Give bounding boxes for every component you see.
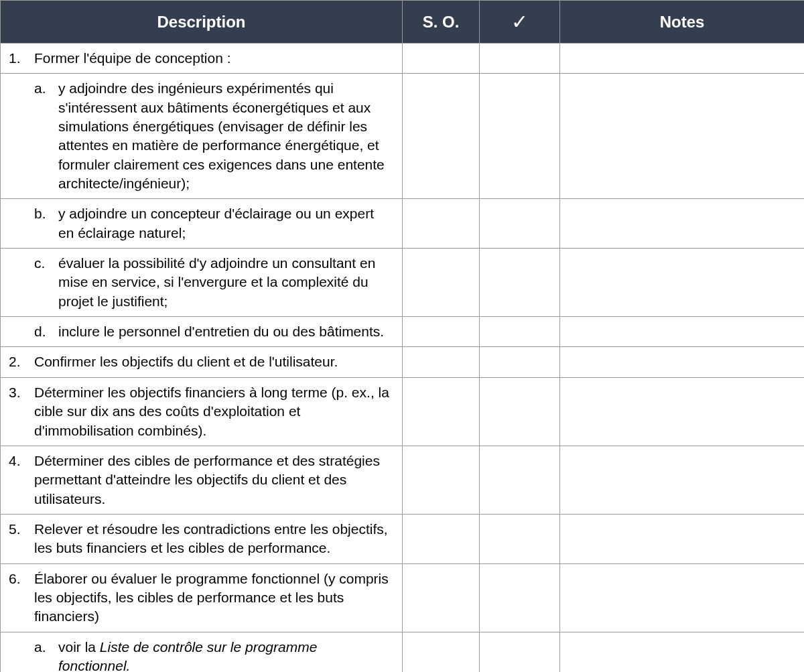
notes-cell[interactable] bbox=[560, 377, 805, 446]
indent-spacer bbox=[6, 254, 34, 311]
so-cell[interactable] bbox=[403, 44, 480, 74]
table-row: 1.Former l'équipe de conception : bbox=[1, 44, 805, 74]
description-cell: 5.Relever et résoudre les contradictions… bbox=[1, 514, 403, 563]
description-cell: 1.Former l'équipe de conception : bbox=[1, 44, 403, 74]
notes-cell[interactable] bbox=[560, 514, 805, 563]
description-cell: 3.Déterminer les objectifs financiers à … bbox=[1, 377, 403, 446]
check-cell[interactable] bbox=[480, 377, 560, 446]
header-description: Description bbox=[1, 1, 403, 44]
checklist-table: Description S. O. ✓ Notes 1.Former l'équ… bbox=[0, 0, 804, 672]
so-cell[interactable] bbox=[403, 74, 480, 199]
so-cell[interactable] bbox=[403, 514, 480, 563]
description-cell: a.voir la Liste de contrôle sur le progr… bbox=[1, 632, 403, 672]
table-row: 6.Élaborer ou évaluer le programme fonct… bbox=[1, 563, 805, 632]
list-marker: a. bbox=[34, 638, 58, 672]
description-cell: 6.Élaborer ou évaluer le programme fonct… bbox=[1, 563, 403, 632]
notes-cell[interactable] bbox=[560, 563, 805, 632]
list-marker: 4. bbox=[6, 452, 34, 509]
table-row: b.y adjoindre un concepteur d'éclairage … bbox=[1, 199, 805, 249]
list-marker: a. bbox=[34, 79, 58, 193]
check-cell[interactable] bbox=[480, 563, 560, 632]
header-row: Description S. O. ✓ Notes bbox=[1, 1, 805, 44]
description-cell: b.y adjoindre un concepteur d'éclairage … bbox=[1, 199, 403, 249]
description-cell: 4.Déterminer des cibles de performance e… bbox=[1, 446, 403, 514]
description-cell: 2.Confirmer les objectifs du client et d… bbox=[1, 347, 403, 377]
list-text: inclure le personnel d'entretien du ou d… bbox=[58, 322, 393, 341]
list-marker: c. bbox=[34, 254, 58, 311]
table-row: a.y adjoindre des ingénieurs expérimenté… bbox=[1, 74, 805, 199]
list-marker: d. bbox=[34, 322, 58, 341]
notes-cell[interactable] bbox=[560, 249, 805, 317]
indent-spacer bbox=[6, 79, 34, 193]
table-row: 2.Confirmer les objectifs du client et d… bbox=[1, 347, 805, 377]
check-cell[interactable] bbox=[480, 199, 560, 249]
check-cell[interactable] bbox=[480, 74, 560, 199]
notes-cell[interactable] bbox=[560, 199, 805, 249]
list-marker: 3. bbox=[6, 383, 34, 440]
text-prefix: voir la bbox=[58, 639, 100, 655]
so-cell[interactable] bbox=[403, 446, 480, 514]
list-marker: 1. bbox=[6, 49, 34, 68]
check-cell[interactable] bbox=[480, 249, 560, 317]
list-text: y adjoindre un concepteur d'éclairage ou… bbox=[58, 204, 393, 243]
so-cell[interactable] bbox=[403, 377, 480, 446]
header-check: ✓ bbox=[480, 1, 560, 44]
check-cell[interactable] bbox=[480, 446, 560, 514]
table-row: 4.Déterminer des cibles de performance e… bbox=[1, 446, 805, 514]
check-cell[interactable] bbox=[480, 514, 560, 563]
list-text: Élaborer ou évaluer le programme fonctio… bbox=[34, 569, 393, 626]
table-row: a.voir la Liste de contrôle sur le progr… bbox=[1, 632, 805, 672]
header-so: S. O. bbox=[403, 1, 480, 44]
notes-cell[interactable] bbox=[560, 44, 805, 74]
table-row: 5.Relever et résoudre les contradictions… bbox=[1, 514, 805, 563]
list-text: Relever et résoudre les contradictions e… bbox=[34, 520, 393, 558]
table-body: 1.Former l'équipe de conception :a.y adj… bbox=[1, 44, 805, 673]
list-marker: b. bbox=[34, 204, 58, 243]
so-cell[interactable] bbox=[403, 199, 480, 249]
list-marker: 5. bbox=[6, 520, 34, 558]
description-cell: c.évaluer la possibilité d'y adjoindre u… bbox=[1, 249, 403, 317]
so-cell[interactable] bbox=[403, 347, 480, 377]
check-cell[interactable] bbox=[480, 317, 560, 347]
check-cell[interactable] bbox=[480, 632, 560, 672]
list-text: Former l'équipe de conception : bbox=[34, 49, 393, 68]
description-cell: a.y adjoindre des ingénieurs expérimenté… bbox=[1, 74, 403, 199]
notes-cell[interactable] bbox=[560, 317, 805, 347]
so-cell[interactable] bbox=[403, 632, 480, 672]
so-cell[interactable] bbox=[403, 317, 480, 347]
notes-cell[interactable] bbox=[560, 632, 805, 672]
check-cell[interactable] bbox=[480, 44, 560, 74]
description-cell: d.inclure le personnel d'entretien du ou… bbox=[1, 317, 403, 347]
list-text: voir la Liste de contrôle sur le program… bbox=[58, 638, 393, 672]
table-row: 3.Déterminer les objectifs financiers à … bbox=[1, 377, 805, 446]
list-text: Déterminer des cibles de performance et … bbox=[34, 452, 393, 509]
list-text: Déterminer les objectifs financiers à lo… bbox=[34, 383, 393, 440]
indent-spacer bbox=[6, 204, 34, 243]
list-marker: 6. bbox=[6, 569, 34, 626]
indent-spacer bbox=[6, 322, 34, 341]
notes-cell[interactable] bbox=[560, 347, 805, 377]
list-text: Confirmer les objectifs du client et de … bbox=[34, 352, 393, 371]
notes-cell[interactable] bbox=[560, 446, 805, 514]
check-cell[interactable] bbox=[480, 347, 560, 377]
list-text: évaluer la possibilité d'y adjoindre un … bbox=[58, 254, 393, 311]
list-marker: 2. bbox=[6, 352, 34, 371]
so-cell[interactable] bbox=[403, 563, 480, 632]
table-row: c.évaluer la possibilité d'y adjoindre u… bbox=[1, 249, 805, 317]
notes-cell[interactable] bbox=[560, 74, 805, 199]
so-cell[interactable] bbox=[403, 249, 480, 317]
list-text: y adjoindre des ingénieurs expérimentés … bbox=[58, 79, 393, 193]
table-row: d.inclure le personnel d'entretien du ou… bbox=[1, 317, 805, 347]
indent-spacer bbox=[6, 638, 34, 672]
header-notes: Notes bbox=[560, 1, 805, 44]
